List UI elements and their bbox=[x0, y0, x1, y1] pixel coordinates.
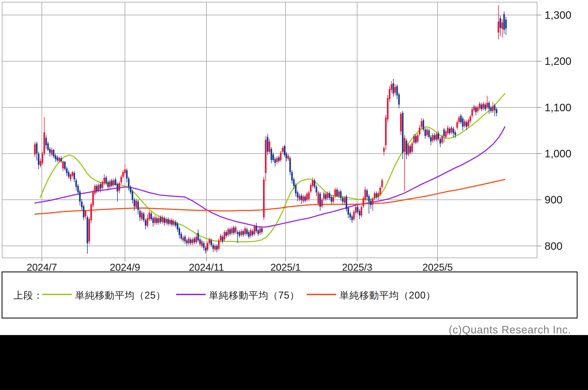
candle-up bbox=[479, 104, 480, 108]
candle-down bbox=[248, 232, 250, 237]
candle-down bbox=[430, 137, 432, 142]
candle-up bbox=[413, 136, 415, 143]
candle-up bbox=[445, 131, 447, 137]
candle-down bbox=[494, 106, 495, 110]
candle-down bbox=[351, 216, 353, 220]
candle-down bbox=[68, 172, 69, 177]
candle-up bbox=[473, 106, 475, 110]
candle-up bbox=[338, 191, 340, 196]
candle-down bbox=[49, 149, 51, 153]
candle-down bbox=[190, 239, 191, 243]
candle-down bbox=[100, 184, 101, 189]
candle-down bbox=[462, 118, 464, 127]
candle-up bbox=[302, 196, 304, 201]
candle-up bbox=[165, 219, 167, 223]
candle-up bbox=[426, 129, 428, 135]
candle-up bbox=[263, 179, 265, 217]
candle-down bbox=[284, 146, 285, 155]
candle-up bbox=[259, 228, 261, 233]
candle-down bbox=[272, 154, 274, 160]
candle-up bbox=[456, 122, 458, 128]
candle-up bbox=[321, 200, 323, 206]
candle-up bbox=[70, 174, 71, 179]
candle-down bbox=[357, 207, 358, 212]
candle-down bbox=[329, 193, 330, 198]
candle-down bbox=[126, 170, 128, 179]
candle-down bbox=[346, 196, 347, 209]
candle-down bbox=[199, 239, 201, 244]
candle-up bbox=[327, 193, 328, 198]
candle-down bbox=[134, 200, 135, 206]
candle-down bbox=[38, 154, 39, 165]
candle-down bbox=[460, 116, 462, 122]
candle-down bbox=[267, 137, 268, 152]
chart-page: 8009001,0001,1001,2001,3002024/72024/920… bbox=[0, 0, 588, 390]
candle-down bbox=[370, 201, 372, 205]
candle-down bbox=[64, 162, 66, 169]
candle-down bbox=[342, 198, 343, 202]
candle-up bbox=[280, 153, 282, 160]
candle-down bbox=[60, 158, 62, 161]
candle-up bbox=[276, 158, 278, 162]
candle-up bbox=[58, 158, 60, 161]
candle-up bbox=[72, 172, 73, 176]
bottom-black-bar bbox=[0, 335, 588, 390]
candle-up bbox=[364, 190, 366, 200]
candle-up bbox=[432, 135, 434, 141]
candle-down bbox=[336, 190, 338, 196]
candle-down bbox=[490, 107, 492, 111]
candle-down bbox=[286, 154, 287, 158]
candle-down bbox=[319, 194, 321, 207]
candle-up bbox=[498, 21, 499, 32]
candle-up bbox=[122, 172, 124, 177]
candle-up bbox=[43, 132, 45, 154]
candle-up bbox=[209, 239, 210, 243]
candle-down bbox=[45, 138, 47, 145]
candle-down bbox=[289, 158, 291, 172]
candle-down bbox=[347, 208, 349, 214]
ma-lines-layer bbox=[35, 94, 505, 242]
candle-down bbox=[481, 105, 482, 109]
candle-up bbox=[486, 103, 488, 107]
candle-up bbox=[103, 178, 105, 183]
candle-down bbox=[500, 18, 501, 28]
legend-prefix-label: 上段： bbox=[13, 289, 43, 302]
x-axis-label: 2025/1 bbox=[270, 262, 301, 271]
candle-down bbox=[297, 192, 298, 198]
candle-down bbox=[301, 196, 302, 200]
candle-down bbox=[316, 187, 317, 192]
candle-down bbox=[210, 240, 212, 245]
candle-down bbox=[66, 168, 68, 173]
candle-down bbox=[438, 133, 439, 139]
candle-up bbox=[227, 229, 229, 235]
candle-down bbox=[257, 230, 259, 234]
candle-down bbox=[359, 211, 360, 216]
candle-down bbox=[107, 182, 109, 187]
candle-down bbox=[261, 228, 263, 232]
candle-down bbox=[237, 232, 238, 234]
candle-down bbox=[212, 245, 214, 249]
candle-down bbox=[449, 129, 450, 133]
candle-down bbox=[439, 139, 441, 143]
ma25-legend-label: 単純移動平均（25） bbox=[75, 289, 166, 302]
candle-down bbox=[368, 196, 370, 202]
candle-down bbox=[396, 86, 398, 95]
grid-layer bbox=[2, 2, 537, 258]
x-axis-label: 2025/3 bbox=[342, 262, 372, 271]
x-axis-label: 2024/11 bbox=[189, 262, 224, 271]
candle-down bbox=[137, 202, 139, 210]
candle-up bbox=[308, 192, 310, 199]
candle-up bbox=[149, 213, 150, 219]
candle-up bbox=[385, 118, 387, 145]
candle-down bbox=[145, 220, 146, 226]
candle-up bbox=[312, 180, 313, 186]
candle-up bbox=[188, 239, 190, 243]
candle-up bbox=[469, 117, 471, 121]
candle-up bbox=[355, 207, 357, 213]
candle-down bbox=[402, 113, 404, 153]
candle-down bbox=[398, 94, 400, 105]
candle-up bbox=[85, 211, 86, 217]
candle-down bbox=[496, 109, 497, 113]
candle-up bbox=[214, 246, 216, 250]
candle-up bbox=[119, 183, 120, 191]
